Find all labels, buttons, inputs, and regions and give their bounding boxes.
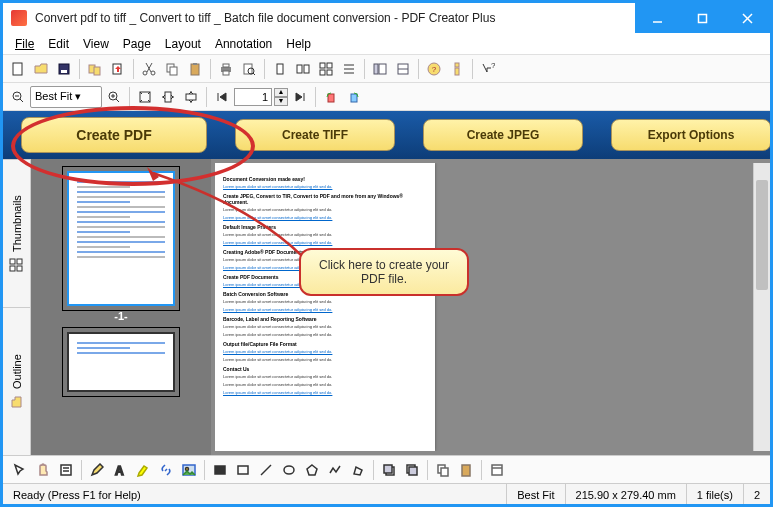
action-bar: Create PDF Create TIFF Create JPEG Expor… xyxy=(3,111,770,159)
copy-icon[interactable] xyxy=(161,58,183,80)
create-tiff-button[interactable]: Create TIFF xyxy=(235,119,395,151)
zoom-in-icon[interactable] xyxy=(103,86,125,108)
thumbnails-icon xyxy=(10,258,24,272)
line-tool-icon[interactable] xyxy=(255,459,277,481)
svg-rect-27 xyxy=(320,70,325,75)
svg-rect-50 xyxy=(186,94,196,100)
toolbar-main: ? ? xyxy=(3,55,770,83)
closed-polyline-tool-icon[interactable] xyxy=(347,459,369,481)
svg-point-10 xyxy=(143,71,147,75)
fit-page-icon[interactable] xyxy=(134,86,156,108)
note-tool-icon[interactable] xyxy=(55,459,77,481)
fit-width-icon[interactable] xyxy=(157,86,179,108)
paste-style-icon[interactable] xyxy=(455,459,477,481)
view-single-icon[interactable] xyxy=(269,58,291,80)
polyline-tool-icon[interactable] xyxy=(324,459,346,481)
thumbnail-page-2[interactable] xyxy=(67,332,175,392)
svg-line-43 xyxy=(20,99,23,102)
export-icon[interactable] xyxy=(107,58,129,80)
page-number-input[interactable] xyxy=(234,88,272,106)
help-about-icon[interactable] xyxy=(446,58,468,80)
last-page-icon[interactable] xyxy=(289,86,311,108)
toolbar-annotation: A xyxy=(3,455,770,483)
app-icon xyxy=(11,10,27,26)
link-tool-icon[interactable] xyxy=(155,459,177,481)
filled-rect-tool-icon[interactable] xyxy=(209,459,231,481)
select-tool-icon[interactable] xyxy=(9,459,31,481)
view-outline-icon[interactable] xyxy=(392,58,414,80)
ellipse-tool-icon[interactable] xyxy=(278,459,300,481)
zoom-out-icon[interactable] xyxy=(7,86,29,108)
status-pages: 2 xyxy=(743,484,770,505)
save-icon[interactable] xyxy=(53,58,75,80)
pencil-tool-icon[interactable] xyxy=(86,459,108,481)
svg-rect-15 xyxy=(193,63,197,65)
context-help-icon[interactable]: ? xyxy=(477,58,499,80)
page-spin-down[interactable]: ▼ xyxy=(274,97,288,106)
properties-icon[interactable] xyxy=(486,459,508,481)
print-preview-icon[interactable] xyxy=(238,58,260,80)
open-icon[interactable] xyxy=(30,58,52,80)
first-page-icon[interactable] xyxy=(211,86,233,108)
bring-front-icon[interactable] xyxy=(378,459,400,481)
close-button[interactable] xyxy=(725,3,770,33)
page-spin-up[interactable]: ▲ xyxy=(274,88,288,97)
document-viewer[interactable]: Document Conversion made easy! Lorem ips… xyxy=(211,159,770,455)
fit-height-icon[interactable] xyxy=(180,86,202,108)
status-fit: Best Fit xyxy=(506,484,564,505)
svg-rect-1 xyxy=(699,14,707,22)
thumbnail-page-1[interactable]: -1- xyxy=(67,171,175,322)
create-jpeg-button[interactable]: Create JPEG xyxy=(423,119,583,151)
maximize-button[interactable] xyxy=(680,3,725,33)
import-icon[interactable] xyxy=(84,58,106,80)
rect-tool-icon[interactable] xyxy=(232,459,254,481)
thumbnails-panel: -1- xyxy=(31,159,211,455)
rotate-left-icon[interactable] xyxy=(320,86,342,108)
thumbnail-label: -1- xyxy=(67,310,175,322)
print-icon[interactable] xyxy=(215,58,237,80)
menu-edit[interactable]: Edit xyxy=(42,35,75,53)
svg-rect-26 xyxy=(327,63,332,68)
tab-outline[interactable]: Outline xyxy=(3,307,30,455)
minimize-button[interactable] xyxy=(635,3,680,33)
menu-view[interactable]: View xyxy=(77,35,115,53)
toolbar-zoom: Best Fit ▾ ▲ ▼ xyxy=(3,83,770,111)
menu-file[interactable]: File xyxy=(9,35,40,53)
menu-annotation[interactable]: Annotation xyxy=(209,35,278,53)
status-files: 1 file(s) xyxy=(686,484,743,505)
export-options-button[interactable]: Export Options xyxy=(611,119,771,151)
hand-tool-icon[interactable] xyxy=(32,459,54,481)
svg-rect-49 xyxy=(165,92,171,102)
rotate-right-icon[interactable] xyxy=(343,86,365,108)
outline-icon xyxy=(10,395,24,409)
copy-style-icon[interactable] xyxy=(432,459,454,481)
svg-rect-39 xyxy=(455,68,459,75)
view-thumbs-icon[interactable] xyxy=(369,58,391,80)
svg-rect-23 xyxy=(297,65,302,73)
polygon-tool-icon[interactable] xyxy=(301,459,323,481)
svg-text:A: A xyxy=(115,464,124,477)
side-tabs: Thumbnails Outline xyxy=(3,159,31,455)
zoom-combo[interactable]: Best Fit ▾ xyxy=(30,86,102,108)
cut-icon[interactable] xyxy=(138,58,160,80)
tab-thumbnails[interactable]: Thumbnails xyxy=(3,159,30,307)
view-grid-icon[interactable] xyxy=(315,58,337,80)
text-tool-icon[interactable]: A xyxy=(109,459,131,481)
menu-layout[interactable]: Layout xyxy=(159,35,207,53)
menubar: File Edit View Page Layout Annotation He… xyxy=(3,33,770,55)
image-tool-icon[interactable] xyxy=(178,459,200,481)
send-back-icon[interactable] xyxy=(401,459,423,481)
highlight-tool-icon[interactable] xyxy=(132,459,154,481)
create-pdf-button[interactable]: Create PDF xyxy=(21,117,207,153)
new-icon[interactable] xyxy=(7,58,29,80)
help-tips-icon[interactable]: ? xyxy=(423,58,445,80)
statusbar: Ready (Press F1 for Help) Best Fit 215.9… xyxy=(3,483,770,505)
svg-rect-58 xyxy=(61,465,71,475)
view-list-icon[interactable] xyxy=(338,58,360,80)
paste-icon[interactable] xyxy=(184,58,206,80)
svg-rect-33 xyxy=(379,64,386,74)
menu-help[interactable]: Help xyxy=(280,35,317,53)
vertical-scrollbar[interactable] xyxy=(753,163,770,451)
view-double-icon[interactable] xyxy=(292,58,314,80)
menu-page[interactable]: Page xyxy=(117,35,157,53)
